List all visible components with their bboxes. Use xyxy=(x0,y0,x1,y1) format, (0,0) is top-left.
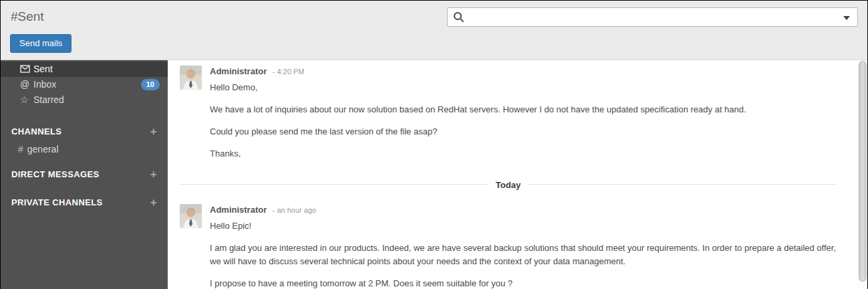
search-bar[interactable] xyxy=(447,7,858,27)
message-timestamp: - an hour ago xyxy=(273,206,316,214)
message-paragraph: I am glad you are interested in our prod… xyxy=(210,242,837,268)
discuss-app-window: #Sent Send mails xyxy=(0,0,868,289)
add-direct-message-icon[interactable]: + xyxy=(150,168,157,181)
search-input[interactable] xyxy=(468,9,837,25)
message-paragraph: Hello Epic! xyxy=(210,219,837,233)
search-options-caret-icon[interactable] xyxy=(843,16,850,20)
star-icon: ☆ xyxy=(20,92,33,108)
page-title: #Sent xyxy=(11,9,44,24)
sidebar: Sent @ Inbox 10 ☆ Starred CHANNELS + # g… xyxy=(1,60,168,289)
message: Administrator - 4:20 PM Hello Demo, We h… xyxy=(180,65,837,161)
channel-label: general xyxy=(27,142,59,157)
avatar xyxy=(180,204,202,228)
section-label: DIRECT MESSAGES xyxy=(11,169,100,179)
top-bar: #Sent Send mails xyxy=(1,1,867,60)
section-label: PRIVATE CHANNELS xyxy=(11,197,103,207)
sidebar-section-private-channels: PRIVATE CHANNELS + xyxy=(1,195,168,210)
section-label: CHANNELS xyxy=(11,126,61,136)
send-mails-button[interactable]: Send mails xyxy=(10,34,71,53)
sidebar-item-inbox[interactable]: @ Inbox 10 xyxy=(1,77,168,92)
message-paragraph: Hello Demo, xyxy=(210,81,837,94)
message-author: Administrator xyxy=(210,205,267,215)
scrollbar-thumb[interactable] xyxy=(859,61,867,282)
search-icon xyxy=(453,11,464,25)
sidebar-section-direct-messages: DIRECT MESSAGES + xyxy=(1,167,168,182)
message-header: Administrator - an hour ago xyxy=(210,203,837,215)
avatar xyxy=(180,66,202,90)
message-thread: Administrator - 4:20 PM Hello Demo, We h… xyxy=(168,60,867,289)
sidebar-item-channel-general[interactable]: # general xyxy=(1,142,168,157)
main-area: Sent @ Inbox 10 ☆ Starred CHANNELS + # g… xyxy=(1,60,867,289)
sidebar-item-sent[interactable]: Sent xyxy=(1,62,168,77)
date-separator: Today xyxy=(180,179,837,189)
message-timestamp: - 4:20 PM xyxy=(273,68,305,76)
message-paragraph: We have a lot of inquiries about our now… xyxy=(210,103,837,116)
message-paragraph: Could you please send me the last versio… xyxy=(210,125,837,138)
message-paragraph: Thanks, xyxy=(210,147,837,161)
sidebar-item-label: Inbox xyxy=(33,77,56,92)
date-separator-label: Today xyxy=(488,180,528,190)
hash-icon: # xyxy=(18,142,23,157)
add-private-channel-icon[interactable]: + xyxy=(150,196,157,209)
at-icon: @ xyxy=(20,77,33,92)
inbox-counter-badge: 10 xyxy=(141,79,160,90)
add-channel-icon[interactable]: + xyxy=(150,125,157,138)
message-paragraph: I propose to have a meeting tomorrow at … xyxy=(210,277,837,289)
sidebar-item-label: Sent xyxy=(33,62,53,77)
envelope-icon xyxy=(20,62,30,78)
sidebar-item-label: Starred xyxy=(33,92,64,108)
vertical-scrollbar[interactable] xyxy=(858,60,867,289)
sidebar-section-channels: CHANNELS + xyxy=(1,124,168,139)
message-author: Administrator xyxy=(210,66,267,76)
sidebar-item-starred[interactable]: ☆ Starred xyxy=(1,92,168,108)
message: Administrator - an hour ago Hello Epic! … xyxy=(180,203,837,289)
message-header: Administrator - 4:20 PM xyxy=(210,65,837,77)
